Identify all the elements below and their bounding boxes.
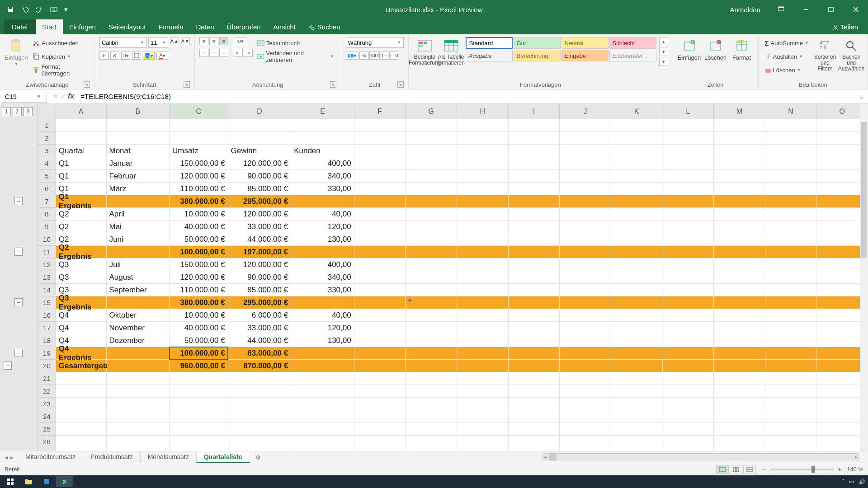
align-right-button[interactable]: ≡	[219, 49, 228, 57]
cell[interactable]	[560, 157, 611, 170]
row-header[interactable]: 1	[38, 119, 56, 132]
fx-icon[interactable]: fx	[68, 92, 74, 101]
cell[interactable]	[291, 246, 354, 258]
cell[interactable]: 130,00	[291, 334, 354, 347]
fill-color-button[interactable]: 🪣▾	[143, 52, 155, 60]
cell[interactable]	[170, 132, 228, 145]
cell[interactable]	[107, 385, 170, 398]
cell[interactable]: 10.000,00 €	[170, 309, 228, 322]
align-middle-button[interactable]: ≡	[209, 37, 218, 45]
cell[interactable]	[765, 410, 817, 423]
cell[interactable]: 120.000,00 €	[170, 271, 228, 284]
col-header-K[interactable]: K	[611, 104, 663, 119]
cell[interactable]	[457, 334, 509, 347]
cell[interactable]: 120.000,00 €	[228, 208, 292, 221]
row-header[interactable]: 7	[38, 195, 56, 208]
cell[interactable]: Q3	[56, 271, 107, 284]
cell[interactable]: 120,00	[291, 322, 354, 334]
cell[interactable]: Q1 Ergebnis	[56, 195, 107, 208]
cell[interactable]	[457, 258, 509, 271]
cell[interactable]	[611, 233, 663, 246]
cell[interactable]	[107, 372, 170, 385]
cell[interactable]	[611, 322, 663, 334]
cell[interactable]	[406, 334, 457, 347]
camera-icon[interactable]	[49, 5, 59, 14]
cell[interactable]	[765, 296, 817, 309]
cell[interactable]	[765, 119, 817, 132]
cell[interactable]: 330,00	[291, 284, 354, 296]
cell[interactable]: Q2	[56, 208, 107, 221]
cell[interactable]	[228, 410, 292, 423]
cell[interactable]	[662, 284, 714, 296]
cell[interactable]	[354, 296, 406, 309]
cell[interactable]	[354, 436, 406, 448]
cell[interactable]	[611, 334, 663, 347]
cell[interactable]	[714, 385, 765, 398]
cell[interactable]	[354, 246, 406, 258]
cell[interactable]: 100.000,00 €	[170, 347, 228, 360]
cell[interactable]	[765, 334, 817, 347]
cell[interactable]	[406, 246, 457, 258]
row-header[interactable]: 2	[38, 132, 56, 145]
name-box-input[interactable]	[5, 93, 37, 100]
cell[interactable]	[714, 170, 765, 183]
underline-button[interactable]: U▾	[121, 52, 130, 60]
cell[interactable]	[611, 398, 663, 410]
row-header[interactable]: 14	[38, 284, 56, 296]
cell[interactable]	[714, 246, 765, 258]
cell[interactable]	[560, 271, 611, 284]
cell[interactable]	[406, 221, 457, 233]
cell[interactable]	[662, 271, 714, 284]
cell[interactable]	[765, 208, 817, 221]
cell[interactable]	[509, 309, 560, 322]
cell[interactable]	[457, 385, 509, 398]
cell[interactable]	[765, 322, 817, 334]
cell[interactable]: 150.000,00 €	[170, 157, 228, 170]
tray-network-icon[interactable]: ▭	[849, 479, 854, 485]
cell[interactable]: Q4 Ergebnis	[56, 347, 107, 360]
cell[interactable]	[107, 347, 170, 360]
cell[interactable]	[228, 372, 292, 385]
decrease-indent-button[interactable]: ⇤	[234, 49, 243, 57]
cell[interactable]: 150.000,00 €	[170, 258, 228, 271]
cut-button[interactable]: Ausschneiden	[31, 37, 90, 49]
cell[interactable]	[354, 271, 406, 284]
cell[interactable]	[509, 258, 560, 271]
cell[interactable]	[107, 423, 170, 436]
signin-link[interactable]: Anmelden	[722, 6, 769, 14]
style-standard[interactable]: Standard	[466, 37, 513, 49]
cell[interactable]	[406, 208, 457, 221]
cell[interactable]	[509, 132, 560, 145]
decrease-decimal-button[interactable]: ←.0	[389, 52, 398, 60]
cell[interactable]: 90.000,00 €	[228, 271, 292, 284]
cell[interactable]	[714, 360, 765, 372]
cell[interactable]	[457, 284, 509, 296]
cell[interactable]	[662, 334, 714, 347]
increase-decimal-button[interactable]: .0→	[379, 52, 388, 60]
tab-view[interactable]: Ansicht	[267, 19, 302, 34]
cell[interactable]: 10.000,00 €	[170, 208, 228, 221]
cell[interactable]	[765, 195, 817, 208]
tray-chevron-icon[interactable]: ˄	[842, 479, 844, 485]
cell[interactable]	[611, 385, 663, 398]
cell[interactable]	[714, 309, 765, 322]
row-header[interactable]: 11	[38, 246, 56, 258]
cell[interactable]: Gesamtergebnis	[56, 360, 107, 372]
cell[interactable]	[107, 246, 170, 258]
sheet-tab[interactable]: Mitarbeiterumsatz	[18, 451, 83, 463]
cell[interactable]	[56, 423, 107, 436]
cell[interactable]	[291, 195, 354, 208]
cell[interactable]	[457, 170, 509, 183]
style-input[interactable]: Eingabe	[561, 50, 609, 61]
cell[interactable]	[509, 233, 560, 246]
format-painter-button[interactable]: Format übertragen	[31, 64, 90, 76]
cell[interactable]	[354, 119, 406, 132]
qat-customize-icon[interactable]: ▾	[63, 5, 69, 14]
cell[interactable]	[509, 334, 560, 347]
cell[interactable]: 85.000,00 €	[228, 183, 292, 195]
cell[interactable]: Oktober	[107, 309, 170, 322]
cell[interactable]	[291, 385, 354, 398]
cell[interactable]: Kunden	[291, 145, 354, 157]
cell[interactable]	[611, 284, 663, 296]
cell[interactable]	[406, 398, 457, 410]
